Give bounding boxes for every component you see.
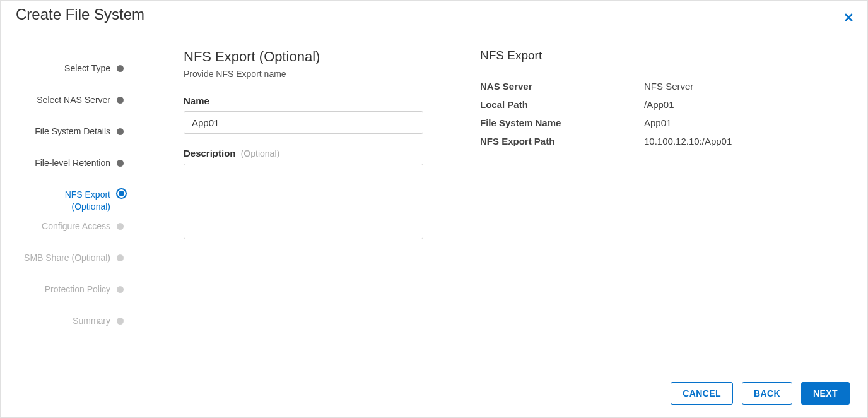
step-label: Configure Access	[42, 220, 110, 232]
step-dot-icon	[117, 286, 124, 293]
step-file-level-retention[interactable]: File-level Retention	[1, 157, 139, 189]
summary-column: NFS Export NAS ServerNFS ServerLocal Pat…	[480, 49, 808, 369]
step-connector	[120, 230, 121, 255]
summary-value: 10.100.12.10:/App01	[644, 136, 808, 146]
step-configure-access: Configure Access	[1, 220, 139, 252]
step-connector	[120, 198, 121, 224]
step-label: Protection Policy	[45, 284, 110, 296]
step-connector	[120, 104, 121, 129]
step-dot-icon	[117, 223, 124, 230]
step-select-nas-server[interactable]: Select NAS Server	[1, 94, 139, 126]
summary-key: Local Path	[480, 99, 644, 110]
summary-value: App01	[644, 117, 808, 128]
step-nfs-export-optional[interactable]: NFS Export (Optional)	[1, 189, 139, 220]
summary-row: Local Path/App01	[480, 99, 808, 110]
step-label: Select NAS Server	[37, 94, 110, 106]
step-label: Select Type	[64, 63, 110, 75]
next-button[interactable]: NEXT	[801, 382, 850, 405]
step-label: SMB Share (Optional)	[24, 252, 110, 264]
section-subtitle: Provide NFS Export name	[184, 69, 436, 79]
step-dot-icon	[117, 160, 124, 167]
wizard-title: Create File System	[16, 6, 852, 23]
step-connector	[120, 293, 121, 318]
step-dot-icon	[117, 318, 124, 325]
step-label: File System Details	[35, 126, 110, 138]
description-label-text: Description	[184, 148, 236, 158]
summary-value: NFS Server	[644, 81, 808, 92]
step-connector	[120, 135, 121, 160]
section-title: NFS Export (Optional)	[184, 49, 436, 65]
step-dot-icon	[117, 128, 124, 135]
step-dot-icon	[119, 191, 124, 196]
wizard-stepper: Select TypeSelect NAS ServerFile System …	[1, 30, 139, 369]
wizard-footer: CANCEL BACK NEXT	[1, 369, 867, 417]
summary-heading: NFS Export	[480, 49, 808, 69]
form-column: NFS Export (Optional) Provide NFS Export…	[184, 49, 436, 369]
step-connector	[120, 261, 121, 287]
step-file-system-details[interactable]: File System Details	[1, 126, 139, 157]
summary-key: NAS Server	[480, 81, 644, 92]
back-button[interactable]: BACK	[742, 382, 792, 405]
step-dot-icon	[117, 97, 124, 104]
name-label: Name	[184, 95, 436, 106]
step-label: Summary	[73, 315, 110, 327]
step-dot-icon	[117, 65, 124, 72]
summary-row: NAS ServerNFS Server	[480, 81, 808, 92]
summary-key: File System Name	[480, 117, 644, 128]
step-connector	[120, 72, 121, 97]
close-icon[interactable]: ✕	[843, 11, 854, 24]
step-dot-icon	[117, 254, 124, 261]
summary-value: /App01	[644, 99, 808, 110]
summary-row: File System NameApp01	[480, 117, 808, 128]
summary-key: NFS Export Path	[480, 136, 644, 146]
optional-hint: (Optional)	[241, 148, 279, 158]
step-select-type[interactable]: Select Type	[1, 63, 139, 94]
summary-row: NFS Export Path10.100.12.10:/App01	[480, 136, 808, 146]
step-label: File-level Retention	[35, 157, 110, 169]
description-label: Description (Optional)	[184, 148, 436, 158]
step-label: NFS Export (Optional)	[65, 189, 110, 213]
wizard-dialog: ✕ Create File System Select TypeSelect N…	[0, 0, 868, 418]
name-input[interactable]	[184, 111, 423, 134]
step-connector	[120, 167, 121, 192]
step-smb-share-optional: SMB Share (Optional)	[1, 252, 139, 284]
step-summary: Summary	[1, 315, 139, 347]
description-input[interactable]	[184, 164, 423, 239]
cancel-button[interactable]: CANCEL	[671, 382, 733, 405]
step-protection-policy: Protection Policy	[1, 284, 139, 315]
